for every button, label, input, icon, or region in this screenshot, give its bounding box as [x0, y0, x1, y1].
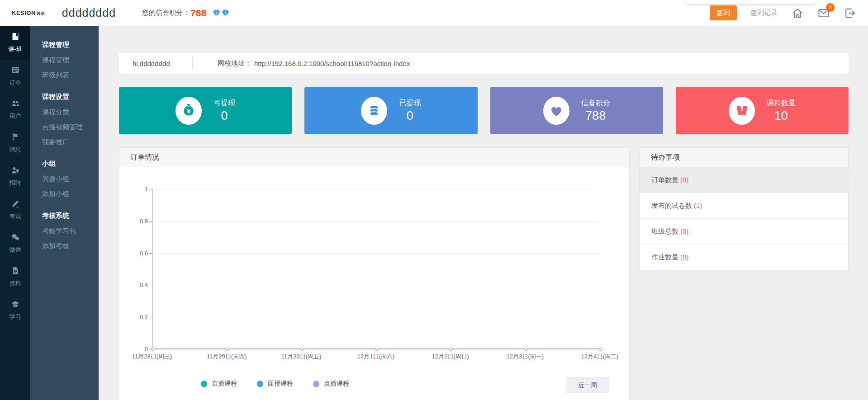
legend-dot	[313, 381, 319, 387]
data-point-marker	[450, 348, 453, 351]
todo-list: 订单数量(0)发布的试卷数(1)班级总数(0)作业数量(0)	[640, 167, 848, 270]
legend-label: 点播课程	[324, 380, 349, 388]
stat-label: 已提现	[399, 99, 421, 108]
rail-item-微信[interactable]: 微信	[0, 226, 30, 260]
book-icon	[11, 32, 20, 43]
y-axis-label: 0.4	[131, 282, 148, 288]
todo-item-count: (0)	[680, 253, 688, 261]
y-axis-label: 0.6	[131, 250, 148, 257]
legend-item-点播课程[interactable]: 点播课程	[313, 380, 349, 388]
diamond-icon	[213, 9, 220, 17]
coins-icon	[361, 97, 387, 125]
todo-item-count: (0)	[680, 176, 688, 184]
stat-label: 课程数量	[767, 99, 796, 108]
x-axis-label: 12月3日(周一)	[493, 353, 557, 361]
stat-text: 已提现0	[399, 99, 421, 123]
data-point-marker	[151, 348, 154, 351]
legend-dot	[201, 381, 207, 387]
submenu-item-课程管理[interactable]: 课程管理	[42, 56, 99, 65]
diamond-icon	[222, 9, 229, 17]
stat-card-课程数量: 课程数量10	[676, 87, 849, 134]
flag-icon	[11, 132, 20, 143]
y-axis-label: 0.8	[131, 218, 148, 225]
submenu-item-添加考核[interactable]: 添加考核	[42, 241, 99, 250]
home-icon[interactable]	[791, 7, 804, 19]
submenu-item-兴趣小组[interactable]: 兴趣小组	[42, 174, 99, 184]
legend-dot	[257, 381, 263, 387]
kesion-logo: KESION 科汛	[12, 9, 45, 17]
mail-icon[interactable]: 8	[817, 7, 830, 19]
y-axis-label: 1	[131, 186, 148, 193]
todo-item-发布的试卷数[interactable]: 发布的试卷数(1)	[640, 193, 848, 219]
y-axis-label: 0	[131, 346, 148, 353]
legend-item-面授课程[interactable]: 面授课程	[257, 380, 293, 388]
stat-value: 0	[407, 109, 413, 123]
rail-item-资料[interactable]: 资料	[0, 260, 30, 293]
checkin-record-link[interactable]: 签到记录	[750, 9, 778, 17]
y-axis-label: 0.2	[131, 314, 148, 320]
order-chart-panel: 订单情况 近一周 00.20.40.60.8111月28日(周三)11月29日(…	[119, 147, 630, 400]
submenu-item-点播视频管理[interactable]: 点播视频管理	[42, 122, 99, 132]
rail-item-课-班[interactable]: 课-班	[0, 26, 30, 59]
y-axis-tick	[149, 253, 152, 254]
credit-label: 您的信誉积分：	[142, 9, 190, 17]
users-icon	[11, 99, 20, 110]
rail-item-考试[interactable]: 考试	[0, 193, 30, 226]
order-chart-title: 订单情况	[119, 148, 629, 167]
legend-item-直播课程[interactable]: 直播课程	[201, 380, 237, 388]
range-last-week-button[interactable]: 近一周	[566, 377, 609, 393]
checkin-button[interactable]: 签到	[710, 5, 737, 20]
data-point-marker	[300, 348, 304, 351]
todo-item-作业数量[interactable]: 作业数量(0)	[640, 245, 848, 270]
submenu-item-课程分类[interactable]: 课程分类	[42, 108, 99, 117]
dashboard-screen: KESION 科汛 dddddddd 您的信誉积分： 788 签到 签到记录 8…	[0, 0, 868, 400]
submenu-item-我要推广[interactable]: 我要推广	[42, 137, 99, 146]
todo-item-订单数量[interactable]: 订单数量(0)	[640, 167, 848, 193]
data-point-marker	[226, 348, 229, 351]
chart-legend: 直播课程面授课程点播课程	[201, 380, 349, 388]
main-content: hi,dddddddd 网校地址： http://192.168.0.2:100…	[99, 26, 868, 400]
rail-item-学习[interactable]: 学习	[0, 293, 30, 327]
submenu-header-课程设置: 课程设置	[42, 92, 99, 101]
stat-card-可提现: ¥可提现0	[119, 87, 292, 134]
todo-panel: 待办事项 订单数量(0)发布的试卷数(1)班级总数(0)作业数量(0)	[640, 147, 849, 270]
gridline	[152, 189, 600, 189]
data-point-marker	[375, 348, 378, 351]
order-chart: 近一周 00.20.40.60.8111月28日(周三)11月29日(周四)11…	[119, 167, 629, 400]
stat-value: 0	[221, 109, 228, 123]
rail-item-label: 资料	[9, 279, 21, 287]
logout-icon[interactable]	[844, 7, 856, 19]
exam-icon	[11, 199, 20, 210]
rail-item-订单[interactable]: 订单	[0, 59, 30, 93]
greeting-text: hi,dddddddd	[119, 60, 192, 67]
submenu-item-考核学习包[interactable]: 考核学习包	[42, 226, 99, 235]
todo-item-班级总数[interactable]: 班级总数(0)	[640, 219, 848, 245]
rail-item-消息[interactable]: 消息	[0, 126, 30, 160]
welcome-bar: hi,dddddddd 网校地址： http://192.168.0.2:100…	[119, 53, 849, 74]
submenu-item-班级列表[interactable]: 班级列表	[42, 71, 99, 80]
y-axis-tick	[149, 317, 152, 317]
stat-text: 信誉积分788	[581, 99, 610, 123]
site-address-label: 网校地址：	[193, 59, 251, 68]
submenu-item-添加小组[interactable]: 添加小组	[42, 189, 99, 198]
rail-item-label: 微信	[9, 246, 21, 254]
y-axis-tick	[149, 285, 152, 285]
rail-item-招聘[interactable]: 招聘	[0, 160, 30, 193]
stat-value: 10	[774, 109, 788, 123]
todo-item-count: (1)	[694, 202, 702, 209]
books-icon	[729, 97, 755, 125]
site-address-url: http://192.168.0.2:1000/school/116810?ac…	[254, 60, 410, 67]
docs-icon	[11, 266, 20, 277]
y-axis-tick	[149, 189, 152, 189]
stat-text: 课程数量10	[767, 99, 796, 123]
x-axis-label: 11月28日(周三)	[120, 353, 184, 361]
rail-item-用户[interactable]: 用户	[0, 93, 30, 126]
submenu-header-课程管理: 课程管理	[42, 40, 99, 49]
app-body: 课-班订单用户消息招聘考试微信资料学习 课程管理课程管理班级列表课程设置课程分类…	[0, 26, 868, 400]
legend-label: 直播课程	[212, 380, 237, 388]
school-name: dddddddd	[62, 6, 116, 19]
stat-card-已提现: 已提现0	[304, 87, 477, 134]
credit-value: 788	[190, 8, 206, 19]
stat-card-信誉积分: 信誉积分788	[490, 87, 663, 134]
data-point-marker	[524, 348, 527, 351]
